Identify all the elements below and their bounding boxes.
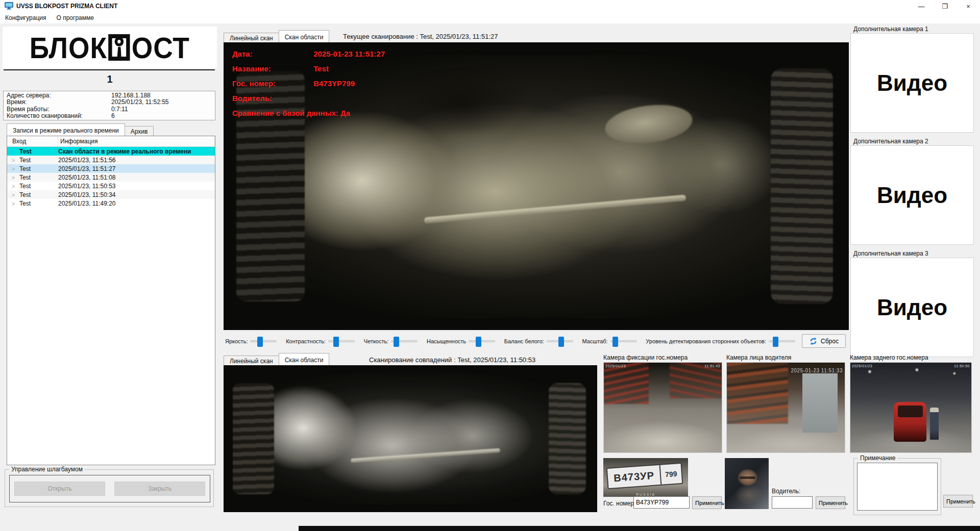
menu-bar: Конфигурация О программе: [0, 12, 980, 23]
blokpost-logo: БЛОК ОСТ: [3, 27, 217, 68]
record-row[interactable]: > Test 2025/01/23, 11:50:34: [7, 190, 215, 199]
video-placeholder: Видео: [850, 258, 974, 357]
overlay-label: Название:: [232, 64, 311, 73]
camera-timestamp: 11:51:43: [704, 364, 720, 368]
scan-tab[interactable]: Скан области: [279, 353, 330, 365]
slider-thumb[interactable]: [394, 337, 399, 347]
slider-label: Масштаб:: [582, 338, 608, 344]
close-button[interactable]: ×: [957, 0, 980, 12]
license-plate: В473УР 799: [606, 463, 683, 489]
apply-plate-button[interactable]: Применить: [692, 496, 722, 509]
expander-chevron-icon[interactable]: >: [7, 200, 19, 207]
camera-label: Дополнительная камера 2: [850, 138, 977, 145]
slider-thumb[interactable]: [476, 337, 481, 347]
record-row[interactable]: > Test 2025/01/23, 11:49:20: [7, 199, 215, 208]
menu-item[interactable]: Конфигурация: [0, 13, 52, 23]
slider-track[interactable]: [769, 340, 795, 342]
note-textarea[interactable]: [857, 463, 938, 511]
record-row[interactable]: > Test 2025/01/23, 11:51:27: [7, 164, 215, 173]
slider-track[interactable]: [610, 340, 637, 342]
plate-number-input[interactable]: [633, 496, 690, 509]
apply-driver-button[interactable]: Применить: [816, 496, 845, 509]
slider-track[interactable]: [328, 340, 355, 342]
server-info-panel: Адрес сервера: 192.168.1.188 Время: 2025…: [3, 91, 215, 120]
column-header-info[interactable]: Информация: [58, 136, 215, 146]
record-info: 2025/01/23, 11:50:34: [58, 191, 215, 198]
record-row[interactable]: > Test 2025/01/23, 11:51:08: [7, 173, 215, 182]
info-row: Количество сканирований: 6: [7, 113, 212, 120]
record-row[interactable]: > Test 2025/01/23, 11:50:53: [7, 182, 215, 190]
logo-text-left: БЛОК: [30, 31, 107, 65]
slider-track[interactable]: [469, 340, 495, 342]
slider-thumb[interactable]: [612, 337, 618, 347]
barrier-control-group: Управление шлагбаумом Открыть Закрыть: [5, 469, 214, 507]
adjustment-slider: Контрастность:: [286, 338, 355, 344]
driver-name-input[interactable]: [772, 496, 813, 509]
plate-camera-view: 2025/01/23 11:51:43: [603, 362, 722, 453]
slider-label: Четкость:: [364, 338, 389, 344]
scan-tab[interactable]: Линейный скан: [224, 33, 279, 42]
tire-left: [233, 383, 274, 495]
slider-label: Уровень детектирования сторонних объекто…: [646, 338, 766, 344]
barrier-close-button[interactable]: Закрыть: [114, 482, 205, 496]
video-placeholder-text: Видео: [877, 183, 947, 208]
expander-chevron-icon[interactable]: >: [7, 192, 19, 198]
overlay-row: Название: Test: [232, 64, 385, 79]
slider-track[interactable]: [250, 340, 277, 342]
slider-track[interactable]: [547, 340, 573, 342]
info-label: Количество сканирований:: [7, 112, 111, 119]
record-info: 2025/01/23, 11:51:08: [58, 174, 215, 181]
records-tab[interactable]: Записи в режиме реального времени: [7, 123, 125, 136]
info-value: 6: [111, 112, 115, 119]
expander-chevron-icon[interactable]: >: [7, 174, 19, 181]
record-row[interactable]: > Test 2025/01/23, 11:51:56: [7, 156, 215, 164]
slider-label: Баланс белого:: [504, 338, 544, 344]
video-placeholder-text: Видео: [877, 70, 947, 96]
camera-timestamp: 11:50:50: [954, 364, 970, 368]
overlay-row: Сравнение с базой данных: Да: [232, 109, 385, 123]
refresh-icon: [809, 337, 818, 345]
records-tab[interactable]: Архив: [125, 126, 154, 136]
scan-tab[interactable]: Скан области: [279, 30, 330, 42]
menu-item[interactable]: О программе: [52, 13, 99, 23]
restore-button[interactable]: ❐: [933, 0, 957, 12]
info-label: Адрес сервера:: [7, 92, 111, 99]
info-row: Время: 2025/01/23, 11:52:55: [7, 99, 212, 106]
camera-timestamp: 2025-01-23 11:51:33: [791, 368, 843, 373]
plate-country-text: RUSSIA: [603, 493, 688, 496]
plate-camera-label: Камера фиксации гос.номера: [603, 354, 688, 361]
column-header-vhod[interactable]: Вход: [7, 136, 58, 146]
slider-label: Яркость:: [225, 338, 248, 344]
camera-timestamp: 2025/01/23: [852, 364, 872, 368]
records-rows: Test Скан области в режиме реального вре…: [7, 147, 215, 208]
overlay-label: Дата:: [232, 49, 311, 58]
expander-chevron-icon[interactable]: >: [7, 166, 19, 172]
info-value: 192.168.1.188: [111, 92, 151, 99]
expander-chevron-icon[interactable]: >: [7, 183, 19, 189]
video-placeholder: Видео: [850, 145, 974, 245]
overlay-row: Гос. номер: B473YP799: [232, 79, 385, 94]
additional-camera: Дополнительная камера 2 Видео: [850, 138, 977, 245]
barrier-group-title: Управление шлагбаумом: [9, 466, 85, 473]
apply-note-button[interactable]: Применить: [943, 495, 973, 508]
slider-thumb[interactable]: [558, 337, 564, 347]
records-list: Вход Информация Test Скан области в режи…: [7, 136, 215, 465]
slider-thumb[interactable]: [333, 337, 339, 347]
camera-label: Дополнительная камера 3: [850, 250, 977, 258]
sidebar: БЛОК ОСТ 1 Адрес сервера: 192.168.1.188 …: [3, 27, 217, 508]
scan-tab[interactable]: Линейный скан: [224, 356, 279, 365]
slider-thumb[interactable]: [257, 337, 263, 347]
record-info: 2025/01/23, 11:51:27: [58, 165, 215, 172]
additional-cameras-panel: Дополнительная камера 1 Видео Дополнител…: [850, 26, 977, 362]
expander-chevron-icon[interactable]: >: [7, 157, 19, 163]
minimize-button[interactable]: —: [910, 0, 933, 12]
slider-track[interactable]: [391, 340, 418, 342]
person-figure: [930, 408, 939, 440]
record-row[interactable]: Test Скан области в режиме реального вре…: [7, 147, 215, 156]
video-placeholder: Видео: [850, 33, 974, 133]
slider-thumb[interactable]: [773, 337, 778, 347]
reset-button[interactable]: Сброс: [802, 334, 846, 348]
barrier-open-button[interactable]: Открыть: [14, 482, 105, 496]
overlay-value: 2025-01-23 11:51:27: [313, 49, 385, 58]
record-entry: Test: [19, 157, 58, 164]
